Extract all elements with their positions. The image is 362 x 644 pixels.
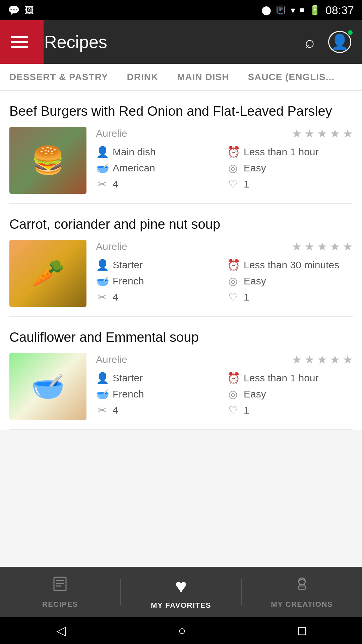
home-button[interactable]: ○ bbox=[178, 624, 186, 638]
star-5: ★ bbox=[343, 127, 353, 140]
cuisine-icon: 🥣 bbox=[96, 162, 108, 174]
signal-icon: ■ bbox=[300, 6, 304, 14]
nav-recipes-label: RECIPES bbox=[42, 600, 78, 609]
star-1: ★ bbox=[292, 240, 302, 253]
difficulty-icon: ◎ bbox=[227, 275, 239, 287]
vibrate-icon: 📳 bbox=[276, 5, 286, 15]
star-2: ★ bbox=[304, 240, 314, 253]
star-4: ★ bbox=[330, 240, 340, 253]
recipes-nav-icon bbox=[51, 575, 69, 597]
tab-sauce[interactable]: SAUCE (ENGLIS... bbox=[238, 64, 344, 90]
tab-dessert[interactable]: DESSERT & PASTRY bbox=[9, 64, 117, 90]
likes-icon: ♡ bbox=[227, 404, 239, 417]
meta-servings: ✂ 4 bbox=[96, 404, 222, 417]
category-icon: 👤 bbox=[96, 146, 108, 158]
category-icon: 👤 bbox=[96, 259, 108, 271]
recipe-item[interactable]: Beef Burgers with Red Onion and Flat-Lea… bbox=[9, 91, 353, 204]
star-5: ★ bbox=[343, 353, 353, 366]
nav-favorites[interactable]: ♥ MY FAVORITES bbox=[121, 575, 241, 610]
status-bar: 💬 🖼 ⬤ 📳 ▾ ■ 🔋 08:37 bbox=[0, 0, 362, 20]
recipe-list: Beef Burgers with Red Onion and Flat-Lea… bbox=[0, 91, 362, 430]
app-title: Recipes bbox=[44, 32, 305, 52]
profile-icon[interactable]: 👤 bbox=[328, 31, 351, 53]
bottom-nav-inner: RECIPES ♥ MY FAVORITES MY CREATIONS bbox=[0, 567, 362, 617]
nav-creations[interactable]: MY CREATIONS bbox=[242, 575, 362, 609]
recipe-item[interactable]: Cauliflower and Emmental soup 🥣 Aurelie … bbox=[9, 317, 353, 430]
meta-cuisine: 🥣 French bbox=[96, 275, 222, 287]
servings-value: 4 bbox=[113, 405, 118, 416]
star-rating: ★ ★ ★ ★ ★ bbox=[292, 127, 353, 140]
recipe-item[interactable]: Carrot, coriander and pine nut soup 🥕 Au… bbox=[9, 204, 353, 317]
servings-value: 4 bbox=[113, 291, 118, 303]
meta-likes: ♡ 1 bbox=[227, 291, 353, 304]
tab-drink[interactable]: DRINK bbox=[117, 64, 168, 90]
android-nav: ◁ ○ □ bbox=[0, 617, 362, 644]
recipe-meta: 👤 Starter ⏰ Less than 1 hour 🥣 French ◎ … bbox=[96, 372, 353, 417]
meta-cuisine: 🥣 American bbox=[96, 162, 222, 174]
meta-category: 👤 Starter bbox=[96, 259, 222, 271]
meta-difficulty: ◎ Easy bbox=[227, 275, 353, 287]
star-1: ★ bbox=[292, 353, 302, 366]
meta-difficulty: ◎ Easy bbox=[227, 388, 353, 400]
difficulty-value: Easy bbox=[244, 388, 266, 400]
meta-likes: ♡ 1 bbox=[227, 178, 353, 191]
creations-nav-icon bbox=[293, 575, 311, 597]
bluetooth-icon: ⬤ bbox=[261, 5, 271, 15]
likes-value: 1 bbox=[244, 291, 249, 303]
star-1: ★ bbox=[292, 127, 302, 140]
star-3: ★ bbox=[317, 240, 327, 253]
servings-icon: ✂ bbox=[96, 178, 108, 191]
meta-time: ⏰ Less than 30 minutes bbox=[227, 259, 353, 271]
star-rating: ★ ★ ★ ★ ★ bbox=[292, 240, 353, 253]
header-actions: ⌕ 👤 bbox=[305, 31, 351, 53]
time-value: Less than 1 hour bbox=[244, 146, 319, 158]
recent-button[interactable]: □ bbox=[298, 624, 306, 638]
servings-icon: ✂ bbox=[96, 291, 108, 304]
star-4: ★ bbox=[330, 353, 340, 366]
recipe-image: 🍔 bbox=[9, 127, 86, 194]
meta-category: 👤 Starter bbox=[96, 372, 222, 384]
meta-servings: ✂ 4 bbox=[96, 178, 222, 191]
menu-button[interactable] bbox=[11, 36, 32, 48]
chat-icon: 💬 bbox=[8, 5, 20, 16]
cuisine-value: French bbox=[113, 275, 144, 287]
category-tabs: DESSERT & PASTRY DRINK MAIN DISH SAUCE (… bbox=[0, 64, 362, 91]
menu-line bbox=[11, 41, 28, 43]
likes-value: 1 bbox=[244, 405, 249, 416]
likes-value: 1 bbox=[244, 178, 249, 190]
food-emoji: 🍔 bbox=[9, 127, 86, 194]
svg-point-4 bbox=[299, 578, 305, 585]
meta-category: 👤 Main dish bbox=[96, 146, 222, 158]
recipe-details: Aurelie ★ ★ ★ ★ ★ 👤 Starter ⏰ bbox=[96, 353, 353, 417]
recipe-meta: 👤 Main dish ⏰ Less than 1 hour 🥣 America… bbox=[96, 146, 353, 191]
recipe-author: Aurelie bbox=[96, 241, 127, 252]
servings-icon: ✂ bbox=[96, 404, 108, 417]
nav-recipes[interactable]: RECIPES bbox=[0, 575, 120, 609]
back-button[interactable]: ◁ bbox=[56, 623, 66, 638]
search-icon[interactable]: ⌕ bbox=[305, 32, 315, 52]
food-emoji: 🥕 bbox=[9, 240, 86, 307]
status-time: 08:37 bbox=[325, 4, 354, 17]
category-value: Main dish bbox=[113, 146, 156, 158]
time-value: Less than 1 hour bbox=[244, 372, 319, 384]
recipe-title: Cauliflower and Emmental soup bbox=[9, 329, 353, 345]
likes-icon: ♡ bbox=[227, 291, 239, 304]
nav-creations-label: MY CREATIONS bbox=[271, 600, 333, 609]
nav-favorites-label: MY FAVORITES bbox=[151, 601, 211, 610]
category-value: Starter bbox=[113, 259, 143, 271]
time-icon: ⏰ bbox=[227, 146, 239, 158]
status-right-icons: ⬤ 📳 ▾ ■ 🔋 08:37 bbox=[261, 4, 354, 17]
meta-time: ⏰ Less than 1 hour bbox=[227, 146, 353, 158]
time-icon: ⏰ bbox=[227, 259, 239, 271]
servings-value: 4 bbox=[113, 178, 118, 190]
star-rating: ★ ★ ★ ★ ★ bbox=[292, 353, 353, 366]
star-4: ★ bbox=[330, 127, 340, 140]
cuisine-value: American bbox=[113, 162, 155, 174]
author-row: Aurelie ★ ★ ★ ★ ★ bbox=[96, 127, 353, 140]
recipe-body: 🥕 Aurelie ★ ★ ★ ★ ★ 👤 Starter bbox=[9, 240, 353, 307]
meta-difficulty: ◎ Easy bbox=[227, 162, 353, 174]
star-3: ★ bbox=[317, 127, 327, 140]
recipe-body: 🥣 Aurelie ★ ★ ★ ★ ★ 👤 Starter bbox=[9, 353, 353, 420]
tab-main-dish[interactable]: MAIN DISH bbox=[168, 64, 238, 90]
recipe-details: Aurelie ★ ★ ★ ★ ★ 👤 Starter ⏰ bbox=[96, 240, 353, 304]
